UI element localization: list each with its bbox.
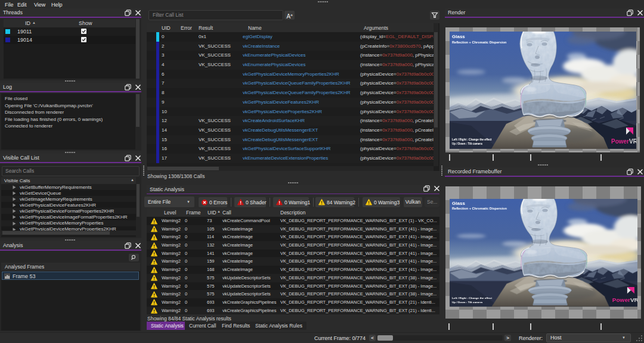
- svg-text:Up / Down : Tilt camera: Up / Down : Tilt camera: [452, 142, 482, 145]
- svg-text:Reflection + Chromatic Dispers: Reflection + Chromatic Dispersion: [452, 207, 507, 210]
- svg-text:Up / Down : Tilt camera: Up / Down : Tilt camera: [452, 301, 483, 304]
- svg-text:Glass: Glass: [452, 201, 465, 206]
- svg-text:PowerVR: PowerVR: [612, 297, 637, 303]
- svg-text:Glass: Glass: [452, 34, 465, 39]
- svg-text:Left / Right : Change the effe: Left / Right : Change the effect: [452, 138, 492, 141]
- svg-text:PowerVR: PowerVR: [611, 138, 636, 145]
- svg-text:Reflection + Chromatic Dispers: Reflection + Chromatic Dispersion: [452, 40, 507, 44]
- svg-text:Left / Right : Change the effe: Left / Right : Change the effect: [452, 297, 493, 300]
